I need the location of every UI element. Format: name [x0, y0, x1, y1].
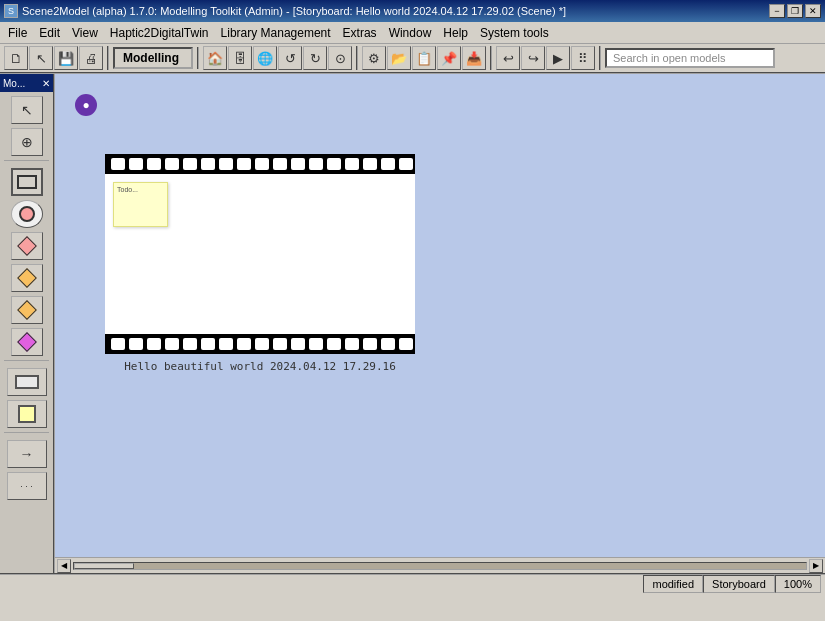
tb-save-icon[interactable]: 💾 [54, 46, 78, 70]
minimize-button[interactable]: − [769, 4, 785, 18]
tb-action3-icon[interactable]: 📋 [412, 46, 436, 70]
film-hole [399, 338, 413, 350]
sticky-note: Todo... [113, 182, 168, 227]
menu-file[interactable]: File [2, 24, 33, 42]
tool-circle1[interactable] [11, 200, 43, 228]
tb-cursor-icon[interactable]: ↖ [29, 46, 53, 70]
tb-db-icon[interactable]: 🗄 [228, 46, 252, 70]
tb-action5-icon[interactable]: 📥 [462, 46, 486, 70]
app-icon: S [4, 4, 18, 18]
status-modified: modified [643, 575, 703, 593]
toolbar-group-nav: 🏠 🗄 🌐 ↺ ↻ ⊙ [203, 46, 358, 70]
film-hole [219, 158, 233, 170]
tool-diamond2[interactable] [11, 264, 43, 292]
film-hole [183, 158, 197, 170]
menu-library[interactable]: Library Management [215, 24, 337, 42]
tb-refresh2-icon[interactable]: ↻ [303, 46, 327, 70]
tb-file-icon[interactable]: 🗋 [4, 46, 28, 70]
canvas-area: ● [55, 74, 825, 573]
film-hole [273, 338, 287, 350]
menu-view[interactable]: View [66, 24, 104, 42]
search-box[interactable]: Search in open models [605, 48, 775, 68]
film-hole [237, 158, 251, 170]
film-hole [129, 158, 143, 170]
tool-note[interactable] [7, 400, 47, 428]
film-hole [165, 158, 179, 170]
film-hole [111, 158, 125, 170]
tb-globe-icon[interactable]: 🌐 [253, 46, 277, 70]
menu-help[interactable]: Help [437, 24, 474, 42]
tb-grid-icon[interactable]: ⠿ [571, 46, 595, 70]
tool-arrow[interactable]: → [7, 440, 47, 468]
scroll-thumb[interactable] [74, 563, 134, 569]
film-hole [363, 338, 377, 350]
tb-refresh-icon[interactable]: ↺ [278, 46, 302, 70]
tb-action4-icon[interactable]: 📌 [437, 46, 461, 70]
tool-crosshair[interactable]: ⊕ [11, 128, 43, 156]
filmstrip: Todo... [105, 154, 415, 354]
tb-clock-icon[interactable]: ⊙ [328, 46, 352, 70]
menu-extras[interactable]: Extras [337, 24, 383, 42]
tool-diamond4[interactable] [11, 328, 43, 356]
scroll-right-button[interactable]: ▶ [809, 559, 823, 573]
panel-close-button[interactable]: ✕ [42, 78, 50, 89]
menu-systemtools[interactable]: System tools [474, 24, 555, 42]
toolbar: 🗋 ↖ 💾 🖨 Modelling 🏠 🗄 🌐 ↺ ↻ ⊙ ⚙ 📂 📋 📌 📥 … [0, 44, 825, 74]
menu-edit[interactable]: Edit [33, 24, 66, 42]
tool-diamond1[interactable] [11, 232, 43, 260]
film-hole [183, 338, 197, 350]
filmstrip-top [105, 154, 415, 174]
canvas-scroll[interactable]: ● [55, 74, 825, 573]
sticky-text: Todo... [117, 186, 138, 193]
titlebar-controls[interactable]: − ❐ ✕ [769, 4, 821, 18]
tool-rectangle[interactable] [11, 168, 43, 196]
tb-action2-icon[interactable]: 📂 [387, 46, 411, 70]
tool-cursor[interactable]: ↖ [11, 96, 43, 124]
toolbar-group-search: Search in open models [605, 48, 779, 68]
film-hole [147, 338, 161, 350]
horizontal-scrollbar[interactable]: ◀ ▶ [55, 557, 825, 573]
film-hole [309, 338, 323, 350]
film-hole [129, 338, 143, 350]
search-placeholder: Search in open models [613, 52, 726, 64]
panel-title: Mo... [3, 78, 25, 89]
restore-button[interactable]: ❐ [787, 4, 803, 18]
tool-dotted[interactable]: · · · [7, 472, 47, 500]
scroll-track[interactable] [73, 562, 807, 570]
menu-window[interactable]: Window [383, 24, 438, 42]
close-button[interactable]: ✕ [805, 4, 821, 18]
toolbar-group-actions: ⚙ 📂 📋 📌 📥 [362, 46, 492, 70]
tb-redo-icon[interactable]: ↪ [521, 46, 545, 70]
film-hole [363, 158, 377, 170]
panel-header: Mo... ✕ [0, 74, 53, 92]
toolbar-group-label: Modelling [113, 47, 199, 69]
tool-diamond3[interactable] [11, 296, 43, 324]
film-hole [165, 338, 179, 350]
toolbar-group-main: 🗋 ↖ 💾 🖨 [4, 46, 109, 70]
filmstrip-bottom [105, 334, 415, 354]
scroll-left-button[interactable]: ◀ [57, 559, 71, 573]
tb-home-icon[interactable]: 🏠 [203, 46, 227, 70]
tb-undo-icon[interactable]: ↩ [496, 46, 520, 70]
toolbar-label: Modelling [113, 47, 193, 69]
statusbar: modified Storyboard 100% [0, 573, 825, 593]
titlebar-title: Scene2Model (alpha) 1.7.0: Modelling Too… [22, 5, 566, 17]
status-zoom: 100% [775, 575, 821, 593]
titlebar-left: S Scene2Model (alpha) 1.7.0: Modelling T… [4, 4, 566, 18]
menu-haptic[interactable]: Haptic2DigitalTwin [104, 24, 215, 42]
tool-rect2[interactable] [7, 368, 47, 396]
purple-scene-icon[interactable]: ● [75, 94, 97, 116]
tb-arrow-icon[interactable]: ▶ [546, 46, 570, 70]
status-storyboard: Storyboard [703, 575, 775, 593]
film-hole [255, 158, 269, 170]
titlebar: S Scene2Model (alpha) 1.7.0: Modelling T… [0, 0, 825, 22]
tb-print-icon[interactable]: 🖨 [79, 46, 103, 70]
film-hole [399, 158, 413, 170]
frame-label: Hello beautiful world 2024.04.12 17.29.1… [124, 360, 396, 373]
film-hole [381, 338, 395, 350]
tb-action1-icon[interactable]: ⚙ [362, 46, 386, 70]
film-hole [309, 158, 323, 170]
film-hole [111, 338, 125, 350]
film-hole [291, 338, 305, 350]
film-hole [201, 158, 215, 170]
